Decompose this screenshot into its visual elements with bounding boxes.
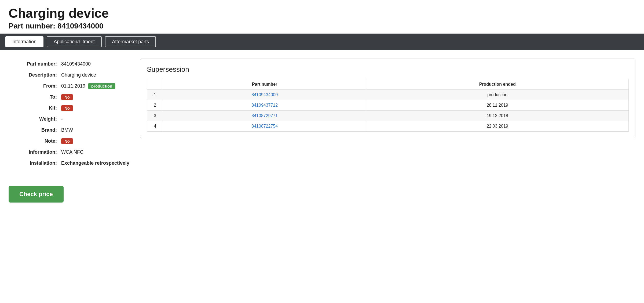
value-weight: - — [61, 116, 63, 122]
ss-part-link-2[interactable]: 84109437712 — [251, 103, 278, 107]
bottom-section: Check price — [0, 177, 644, 213]
ss-table-header-row: Part number Production ended — [147, 79, 629, 89]
label-brand: Brand: — [9, 127, 57, 133]
ss-idx-3: 3 — [147, 110, 163, 121]
part-number-value: 84109434000 — [57, 22, 103, 30]
ss-prod-end-4: 22.03.2019 — [366, 121, 629, 131]
info-row-weight: Weight: - — [9, 114, 129, 125]
value-information: WCA NFC — [61, 149, 83, 155]
ss-part-4[interactable]: 84108722754 — [163, 121, 366, 131]
info-row-note: Note: No — [9, 136, 129, 147]
ss-col-index — [147, 79, 163, 89]
ss-row-2: 2 84109437712 28.11.2019 — [147, 100, 629, 110]
content-area: Part number: 84109434000 Description: Ch… — [0, 50, 644, 177]
info-row-description: Description: Charging device — [9, 70, 129, 81]
info-table: Part number: 84109434000 Description: Ch… — [9, 59, 129, 169]
ss-row-4: 4 84108722754 22.03.2019 — [147, 121, 629, 131]
ss-col-production-ended: Production ended — [366, 79, 629, 89]
value-installation: Exchangeable retrospectively — [61, 160, 129, 166]
label-note: Note: — [9, 138, 57, 144]
note-badge: No — [61, 138, 73, 144]
ss-part-1[interactable]: 84109434000 — [163, 89, 366, 100]
label-kit: Kit: — [9, 105, 57, 111]
ss-row-3: 3 84108729771 19.12.2018 — [147, 110, 629, 121]
ss-row-1: 1 84109434000 production — [147, 89, 629, 100]
value-kit: No — [61, 105, 73, 111]
info-row-kit: Kit: No — [9, 103, 129, 114]
ss-idx-1: 1 — [147, 89, 163, 100]
label-part-number: Part number: — [9, 61, 57, 67]
check-price-button[interactable]: Check price — [9, 186, 64, 203]
label-from: From: — [9, 83, 57, 89]
info-row-part-number: Part number: 84109434000 — [9, 59, 129, 70]
page-title: Charging device — [9, 6, 635, 21]
ss-idx-4: 4 — [147, 121, 163, 131]
label-information: Information: — [9, 149, 57, 155]
ss-part-link-3[interactable]: 84108729771 — [251, 113, 278, 118]
value-brand: BMW — [61, 127, 73, 133]
from-date: 01.11.2019 — [61, 83, 85, 89]
value-description: Charging device — [61, 72, 96, 78]
supersession-card: Supersession Part number Production ende… — [140, 59, 635, 138]
ss-part-link-4[interactable]: 84108722754 — [251, 124, 278, 128]
supersession-table: Part number Production ended 1 841094340… — [147, 79, 629, 132]
value-from: 01.11.2019 production — [61, 83, 115, 89]
to-badge: No — [61, 94, 73, 100]
kit-badge: No — [61, 105, 73, 111]
supersession-title: Supersession — [147, 65, 629, 74]
tab-aftermarket-parts[interactable]: Aftermarket parts — [105, 36, 156, 47]
info-row-from: From: 01.11.2019 production — [9, 81, 129, 92]
ss-idx-2: 2 — [147, 100, 163, 110]
tab-bar: Information Application/Fitment Aftermar… — [0, 34, 644, 50]
page-header: Charging device Part number: 84109434000 — [0, 0, 644, 34]
ss-part-link-1[interactable]: 84109434000 — [251, 92, 278, 97]
label-to: To: — [9, 94, 57, 100]
info-row-to: To: No — [9, 92, 129, 103]
tab-information[interactable]: Information — [5, 36, 43, 47]
production-badge: production — [88, 83, 115, 89]
ss-part-3[interactable]: 84108729771 — [163, 110, 366, 121]
value-note: No — [61, 138, 73, 144]
ss-part-2[interactable]: 84109437712 — [163, 100, 366, 110]
part-number-prefix-label: Part number: — [9, 22, 55, 30]
label-installation: Installation: — [9, 160, 57, 166]
label-weight: Weight: — [9, 116, 57, 122]
info-row-brand: Brand: BMW — [9, 125, 129, 136]
ss-col-part-number: Part number — [163, 79, 366, 89]
part-number-line: Part number: 84109434000 — [9, 22, 635, 30]
info-row-installation: Installation: Exchangeable retrospective… — [9, 158, 129, 169]
tab-application-fitment[interactable]: Application/Fitment — [47, 36, 102, 47]
label-description: Description: — [9, 72, 57, 78]
ss-prod-end-1: production — [366, 89, 629, 100]
value-to: No — [61, 94, 73, 100]
ss-prod-end-2: 28.11.2019 — [366, 100, 629, 110]
info-row-information: Information: WCA NFC — [9, 147, 129, 158]
value-part-number: 84109434000 — [61, 61, 91, 67]
ss-prod-end-3: 19.12.2018 — [366, 110, 629, 121]
installation-value: Exchangeable retrospectively — [61, 160, 129, 166]
